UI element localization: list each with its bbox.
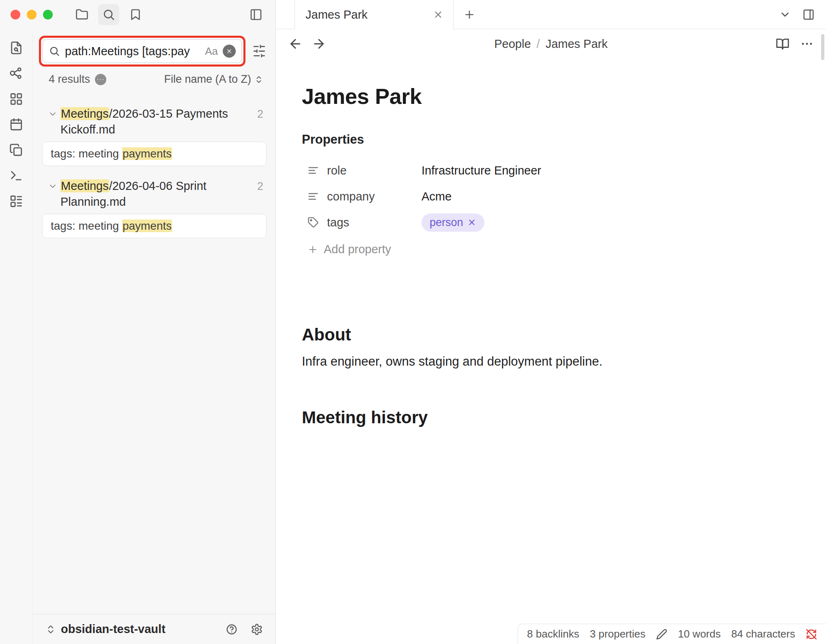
more-options-icon xyxy=(800,37,814,51)
pencil-icon[interactable] xyxy=(656,629,667,640)
view-actions xyxy=(776,37,814,51)
search-result-group: Meetings/2026-03-15 Payments Kickoff.md … xyxy=(42,104,267,166)
tab-close-button[interactable] xyxy=(430,7,446,22)
layout-list-icon xyxy=(9,194,23,208)
book-open-icon xyxy=(776,37,789,51)
sort-order-button[interactable]: File name (A to Z) xyxy=(164,73,263,86)
sync-off-icon[interactable] xyxy=(806,629,817,640)
section-about: About Infra engineer, owns staging and d… xyxy=(302,325,800,370)
sidebar-view-switcher xyxy=(71,4,146,25)
properties-table: role Infrastructure Engineer company Acm… xyxy=(302,157,800,235)
ribbon-file-search-button[interactable] xyxy=(6,38,26,58)
help-button[interactable] xyxy=(223,620,241,638)
results-count: 4 results xyxy=(49,73,90,86)
match-count: 2 xyxy=(257,180,263,193)
section-heading: About xyxy=(302,325,800,345)
tab-list-dropdown-button[interactable] xyxy=(779,9,791,21)
bookmarks-view-button[interactable] xyxy=(125,4,146,25)
breadcrumb-folder[interactable]: People xyxy=(494,37,531,51)
property-row: tags person xyxy=(302,209,800,235)
window-controls xyxy=(11,10,53,19)
navigate-forward-button[interactable] xyxy=(312,37,326,51)
property-key[interactable]: company xyxy=(302,190,422,203)
zoom-window-button[interactable] xyxy=(43,10,53,19)
vault-name[interactable]: obsidian-test-vault xyxy=(61,622,166,636)
search-input-container: Aa xyxy=(43,39,242,63)
plus-icon xyxy=(463,9,475,21)
search-result-file[interactable]: Meetings/2026-03-15 Payments Kickoff.md … xyxy=(42,104,267,140)
tab-james-park[interactable]: James Park xyxy=(295,0,454,29)
sort-label: File name (A to Z) xyxy=(164,73,251,86)
minimize-window-button[interactable] xyxy=(27,10,37,19)
property-name: role xyxy=(327,164,346,177)
property-row: company Acme xyxy=(302,183,800,209)
close-window-button[interactable] xyxy=(11,10,20,19)
results-info-badge[interactable]: ··· xyxy=(95,74,106,85)
search-settings-button[interactable] xyxy=(249,41,270,62)
add-property-button[interactable]: Add property xyxy=(302,243,391,256)
calendar-icon xyxy=(9,118,23,131)
terminal-icon xyxy=(9,169,23,183)
property-name: tags xyxy=(327,216,349,229)
property-key[interactable]: role xyxy=(302,164,422,177)
vault-actions xyxy=(223,620,266,638)
ribbon-graph-button[interactable] xyxy=(6,64,26,83)
property-value-tags: person xyxy=(422,213,484,232)
search-view-button[interactable] xyxy=(98,4,119,25)
text-lines-icon xyxy=(308,165,319,176)
history-navigation xyxy=(288,37,326,51)
ribbon-copy-button[interactable] xyxy=(6,140,26,160)
match-case-toggle[interactable]: Aa xyxy=(205,45,218,58)
search-match[interactable]: tags: meeting payments xyxy=(42,142,267,166)
reading-mode-button[interactable] xyxy=(776,37,789,51)
highlighted-text: payments xyxy=(122,147,172,160)
bookmark-icon xyxy=(129,8,142,21)
properties-heading[interactable]: Properties xyxy=(302,132,800,147)
section-heading: Meeting history xyxy=(302,408,800,427)
match-text: tags: meeting xyxy=(51,220,122,232)
search-input[interactable] xyxy=(65,45,200,58)
results-meta: 4 results ··· File name (A to Z) xyxy=(32,69,275,86)
property-value[interactable]: Infrastructure Engineer xyxy=(422,164,541,177)
main-workspace: James Park People / James Park xyxy=(276,0,826,644)
collapse-left-sidebar-button[interactable] xyxy=(245,4,267,25)
property-value[interactable]: Acme xyxy=(422,190,452,203)
obsidian-window: Aa 4 results ··· File name (A to Z) xyxy=(0,0,826,644)
tab-bar-controls xyxy=(779,0,826,29)
result-file-name: Meetings/2026-04-06 Sprint Planning.md xyxy=(60,178,254,210)
search-icon xyxy=(102,8,115,21)
section-meeting-history: Meeting history xyxy=(302,408,800,427)
more-options-button[interactable] xyxy=(800,37,814,51)
highlighted-text: Meetings xyxy=(60,107,109,120)
scrollbar-thumb[interactable] xyxy=(821,34,824,60)
toggle-right-sidebar-button[interactable] xyxy=(802,9,815,21)
search-match[interactable]: tags: meeting payments xyxy=(42,214,267,238)
navigate-back-button[interactable] xyxy=(288,37,303,51)
settings-button[interactable] xyxy=(248,620,266,638)
chevrons-up-down-icon xyxy=(45,624,56,635)
ribbon-grid-button[interactable] xyxy=(6,89,26,109)
sliders-icon xyxy=(252,44,266,58)
file-search-icon xyxy=(9,41,23,55)
highlighted-text: payments xyxy=(122,220,172,232)
copy-icon xyxy=(9,143,23,157)
files-view-button[interactable] xyxy=(71,4,92,25)
tag-pill-person[interactable]: person xyxy=(422,213,484,232)
backlinks-count[interactable]: 8 backlinks xyxy=(527,628,579,640)
property-name: company xyxy=(327,190,375,203)
clear-search-button[interactable] xyxy=(223,45,236,58)
search-icon xyxy=(49,45,60,57)
ribbon-calendar-button[interactable] xyxy=(6,115,26,134)
close-icon xyxy=(433,9,443,20)
property-key[interactable]: tags xyxy=(302,216,422,229)
search-result-file[interactable]: Meetings/2026-04-06 Sprint Planning.md 2 xyxy=(42,177,267,212)
properties-count[interactable]: 3 properties xyxy=(590,628,645,640)
new-tab-button[interactable] xyxy=(460,0,479,29)
ribbon-layout-button[interactable] xyxy=(6,192,26,211)
vault-switcher: obsidian-test-vault xyxy=(32,614,275,644)
breadcrumb: People / James Park xyxy=(494,37,607,51)
remove-tag-icon[interactable] xyxy=(467,218,476,227)
ribbon-terminal-button[interactable] xyxy=(6,166,26,185)
search-results-list: Meetings/2026-03-15 Payments Kickoff.md … xyxy=(32,86,275,614)
breadcrumb-note[interactable]: James Park xyxy=(546,37,608,51)
